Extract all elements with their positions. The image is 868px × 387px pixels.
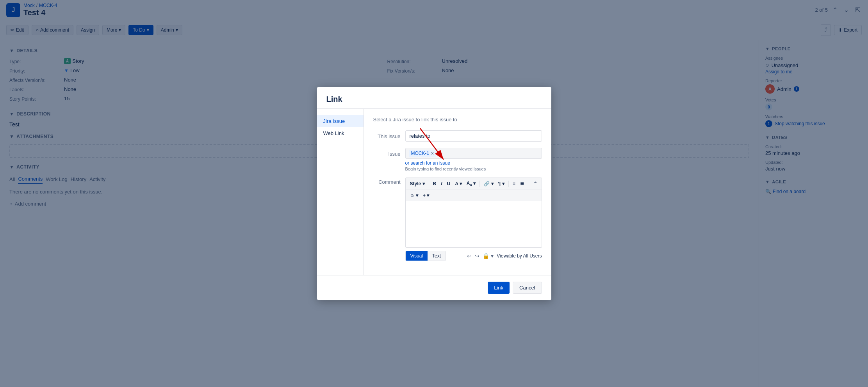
modal-footer: Link Cancel	[317, 275, 551, 300]
rte-para-btn[interactable]: ¶ ▾	[496, 180, 506, 188]
undo-button[interactable]: ↩	[467, 253, 472, 259]
issue-input-caret: ▾	[438, 151, 440, 155]
rte-mode-buttons: Visual Text	[405, 251, 446, 261]
comment-row: Comment Style ▾ B I U A ▾ Ax ▾ 🔗 ▾	[373, 178, 542, 261]
rte-sep-2	[479, 181, 480, 187]
visibility-label: Viewable by All Users	[497, 253, 542, 259]
rte-actions: ↩ ↪ 🔒 ▾ Viewable by All Users	[467, 253, 542, 259]
text-mode-button[interactable]: Text	[428, 251, 446, 261]
issue-tag-text: MOCK-1	[411, 151, 430, 156]
redo-button[interactable]: ↪	[475, 253, 479, 259]
this-issue-label: This issue	[373, 130, 401, 139]
nav-web-link[interactable]: Web Link	[317, 127, 364, 139]
cancel-button[interactable]: Cancel	[513, 282, 542, 294]
link-modal: Link Jira Issue Web Link Select a Jira i…	[317, 87, 551, 300]
rte-toolbar-2: ☺ ▾ + ▾	[405, 190, 542, 201]
rte-ul-btn[interactable]: ≡	[511, 180, 517, 188]
modal-left-nav: Jira Issue Web Link	[317, 109, 364, 275]
rte-bold-btn[interactable]: B	[431, 180, 438, 188]
rte-insert-btn[interactable]: + ▾	[421, 192, 431, 199]
rte-more-format-btn[interactable]: Ax ▾	[465, 179, 478, 188]
comment-field: Style ▾ B I U A ▾ Ax ▾ 🔗 ▾ ¶ ▾ ≡	[405, 178, 542, 261]
issue-field: MOCK-1 × ▾ or search for an issue Begin …	[405, 148, 542, 171]
rte-sep-3	[508, 181, 509, 187]
rte-link-btn[interactable]: 🔗 ▾	[482, 180, 495, 188]
modal-overlay[interactable]: Link Jira Issue Web Link Select a Jira i…	[0, 0, 868, 387]
issue-tag: MOCK-1 ×	[409, 150, 437, 157]
link-type-field: relates to blocks is blocked by	[405, 130, 542, 142]
rte-italic-btn[interactable]: I	[439, 180, 444, 188]
rte-body[interactable]	[405, 201, 542, 248]
style-chevron: ▾	[422, 181, 425, 186]
rte-sep-1	[429, 181, 429, 187]
rte-underline-btn[interactable]: U	[445, 180, 453, 188]
rte-footer: Visual Text ↩ ↪ 🔒 ▾ Viewable by All User…	[405, 251, 542, 261]
rte-ol-btn[interactable]: ≣	[518, 180, 526, 188]
link-submit-button[interactable]: Link	[488, 282, 510, 294]
modal-header: Link	[317, 87, 551, 109]
issue-row: Issue MOCK-1 × ▾ or search for an issue …	[373, 148, 542, 171]
rte-emoji-btn[interactable]: ☺ ▾	[408, 192, 421, 199]
comment-label: Comment	[373, 178, 401, 185]
search-issue-link[interactable]: or search for an issue	[405, 160, 542, 166]
rte-style-btn[interactable]: Style ▾	[408, 180, 427, 188]
issue-label: Issue	[373, 148, 401, 157]
this-issue-row: This issue relates to blocks is blocked …	[373, 130, 542, 142]
nav-jira-issue[interactable]: Jira Issue	[317, 115, 364, 127]
issue-tag-remove[interactable]: ×	[431, 151, 434, 156]
search-hint: Begin typing to find recently viewed iss…	[405, 167, 542, 171]
modal-subtitle: Select a Jira issue to link this issue t…	[373, 117, 542, 122]
rte-color-btn[interactable]: A ▾	[453, 180, 464, 188]
issue-input-wrapper[interactable]: MOCK-1 × ▾	[405, 148, 542, 159]
modal-body: Jira Issue Web Link Select a Jira issue …	[317, 109, 551, 275]
visual-mode-button[interactable]: Visual	[406, 251, 428, 261]
modal-content: Select a Jira issue to link this issue t…	[364, 109, 551, 275]
rte-toolbar: Style ▾ B I U A ▾ Ax ▾ 🔗 ▾ ¶ ▾ ≡	[405, 178, 542, 190]
modal-title: Link	[326, 95, 542, 104]
lock-button[interactable]: 🔒 ▾	[483, 253, 494, 259]
rte-collapse-btn[interactable]: ⌃	[531, 180, 539, 188]
link-type-select[interactable]: relates to blocks is blocked by	[405, 130, 542, 142]
